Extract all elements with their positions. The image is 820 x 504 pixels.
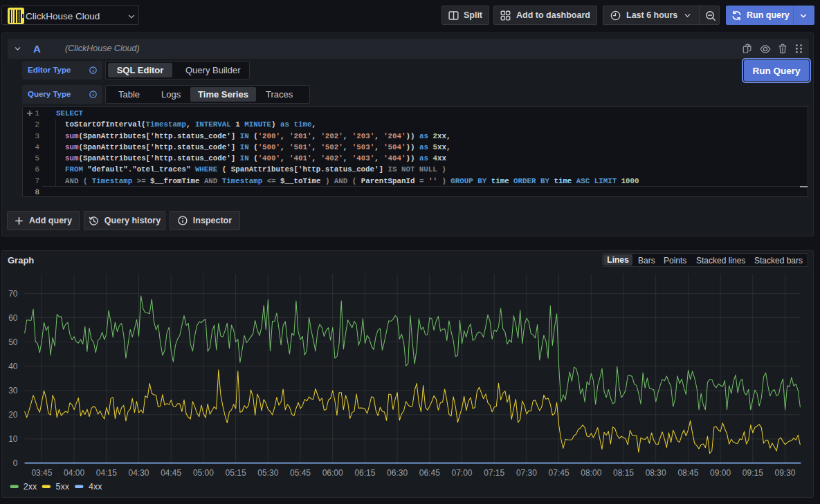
svg-text:06:30: 06:30 <box>387 468 408 478</box>
svg-text:0: 0 <box>13 458 18 468</box>
svg-text:07:15: 07:15 <box>484 468 504 478</box>
svg-text:10: 10 <box>8 434 18 444</box>
svg-text:04:30: 04:30 <box>128 468 149 478</box>
svg-text:05:45: 05:45 <box>290 468 311 478</box>
svg-text:30: 30 <box>8 386 18 395</box>
svg-text:60: 60 <box>8 313 18 323</box>
svg-text:03:45: 03:45 <box>31 468 52 478</box>
svg-text:05:00: 05:00 <box>193 468 214 478</box>
svg-text:06:45: 06:45 <box>419 468 440 478</box>
svg-text:08:00: 08:00 <box>581 468 601 478</box>
svg-text:40: 40 <box>8 362 18 371</box>
svg-text:4xx: 4xx <box>89 482 102 492</box>
svg-text:04:00: 04:00 <box>64 468 84 478</box>
svg-text:5xx: 5xx <box>56 482 70 492</box>
svg-text:05:30: 05:30 <box>257 468 278 478</box>
svg-text:08:45: 08:45 <box>677 468 698 478</box>
svg-text:70: 70 <box>8 289 18 299</box>
svg-text:2xx: 2xx <box>24 482 37 492</box>
svg-text:06:00: 06:00 <box>322 468 343 478</box>
svg-text:07:00: 07:00 <box>451 468 472 478</box>
svg-text:06:15: 06:15 <box>354 468 375 478</box>
svg-text:07:30: 07:30 <box>516 468 537 478</box>
svg-text:09:15: 09:15 <box>742 468 763 478</box>
svg-text:04:45: 04:45 <box>161 468 181 478</box>
svg-text:08:30: 08:30 <box>646 468 666 478</box>
svg-text:08:15: 08:15 <box>613 468 634 478</box>
svg-text:04:15: 04:15 <box>96 468 117 478</box>
svg-text:50: 50 <box>8 337 18 347</box>
svg-text:20: 20 <box>8 410 18 420</box>
svg-text:09:30: 09:30 <box>774 468 795 478</box>
svg-text:09:00: 09:00 <box>710 468 731 478</box>
svg-text:07:45: 07:45 <box>549 468 570 478</box>
svg-text:05:15: 05:15 <box>226 468 246 478</box>
